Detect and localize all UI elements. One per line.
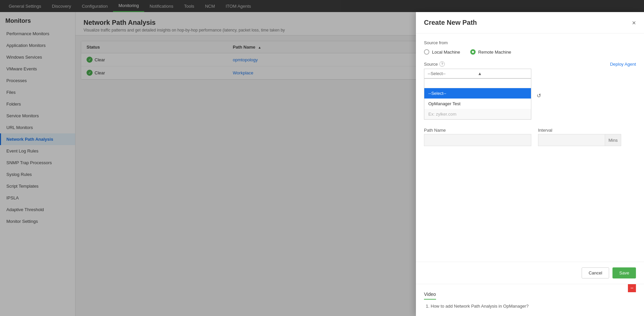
radio-label-remote: Remote Machine (478, 50, 511, 55)
source-select-box[interactable]: --Select-- ▲ (424, 69, 531, 78)
cancel-button[interactable]: Cancel (582, 267, 609, 278)
source-from-label: Source from (424, 40, 636, 45)
form-group-path-name: Path Name (424, 128, 531, 146)
form-row-path-interval: Path Name Interval Mins (424, 128, 636, 146)
source-row: Source ? Deploy Agent (424, 61, 636, 67)
radio-remote-machine[interactable]: Remote Machine (470, 49, 511, 55)
modal-footer: Cancel Save (416, 262, 644, 284)
source-select-container: --Select-- ▲ --Select-- OpManager Test E… (424, 69, 531, 120)
modal-header: Create New Path × (416, 12, 644, 34)
dropdown-option-select[interactable]: --Select-- (424, 88, 531, 99)
dropdown-option-opmanager[interactable]: OpManager Test (424, 99, 531, 109)
close-icon[interactable]: × (632, 19, 636, 26)
modal-body: Source from Local Machine Remote Machine… (416, 34, 644, 262)
interval-input[interactable] (538, 134, 605, 146)
source-field-label: Source ? (424, 61, 445, 67)
radio-group-source: Local Machine Remote Machine (424, 49, 636, 55)
video-list: How to add Network Path Analysis in OpMa… (424, 304, 636, 309)
interval-field-group: Mins (538, 134, 621, 146)
video-list-item[interactable]: How to add Network Path Analysis in OpMa… (431, 304, 636, 309)
radio-local-machine[interactable]: Local Machine (424, 49, 460, 55)
video-tab[interactable]: Video (424, 290, 436, 300)
source-dropdown-list: --Select-- OpManager Test Ex: zylker.com (424, 78, 531, 120)
deploy-agent-link[interactable]: Deploy Agent (610, 62, 636, 67)
source-select-value: --Select-- (428, 71, 478, 76)
path-name-label: Path Name (424, 128, 531, 133)
dropdown-search-input[interactable] (424, 79, 531, 88)
radio-circle-local (424, 49, 429, 55)
modal-title: Create New Path (424, 19, 477, 26)
form-group-interval: Interval Mins (538, 128, 621, 146)
dropdown-placeholder: Ex: zylker.com (424, 109, 531, 119)
interval-suffix: Mins (605, 134, 621, 146)
save-button[interactable]: Save (612, 267, 636, 278)
help-icon[interactable]: ? (439, 61, 445, 67)
video-section: Video − How to add Network Path Analysis… (416, 284, 644, 316)
radio-label-local: Local Machine (432, 50, 460, 55)
create-path-modal: Create New Path × Source from Local Mach… (416, 12, 644, 316)
radio-circle-remote (470, 49, 476, 55)
chevron-up-icon: ▲ (478, 71, 528, 76)
video-collapse-button[interactable]: − (628, 284, 636, 292)
refresh-icon[interactable]: ↺ (537, 92, 541, 99)
path-name-input[interactable] (424, 134, 531, 146)
interval-label: Interval (538, 128, 621, 133)
